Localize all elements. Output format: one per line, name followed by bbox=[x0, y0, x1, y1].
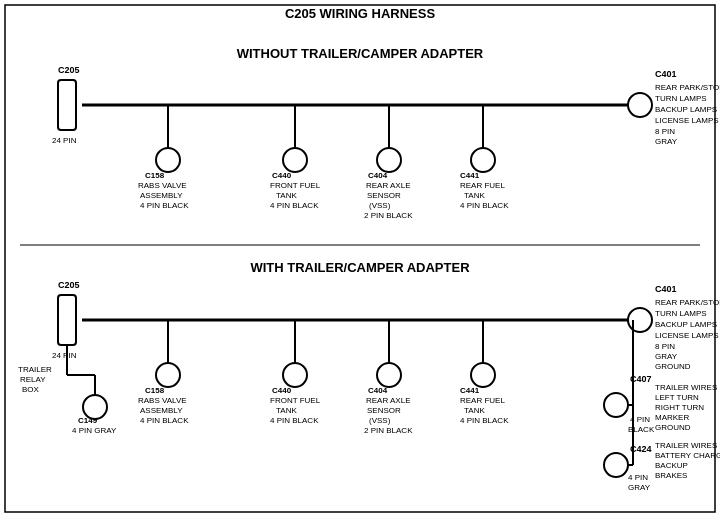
c158-connector-1 bbox=[156, 148, 180, 172]
c407-text-3: RIGHT TURN bbox=[655, 403, 704, 412]
c441-s2-text-1: REAR FUEL bbox=[460, 396, 505, 405]
c441-connector-1 bbox=[471, 148, 495, 172]
c401-connector-1 bbox=[628, 93, 652, 117]
c424-text-2: BATTERY CHARGE bbox=[655, 451, 720, 460]
section2-label: WITH TRAILER/CAMPER ADAPTER bbox=[250, 260, 470, 275]
title: C205 WIRING HARNESS bbox=[285, 6, 436, 21]
c404-text-2: SENSOR bbox=[367, 191, 401, 200]
c205-sublabel-1: 24 PIN bbox=[52, 136, 77, 145]
trailer-relay-label-3: BOX bbox=[22, 385, 40, 394]
c149-text: 4 PIN GRAY bbox=[72, 426, 117, 435]
c441-label-1: C441 bbox=[460, 171, 480, 180]
c441-s2-text-3: 4 PIN BLACK bbox=[460, 416, 509, 425]
c424-text-3: BACKUP bbox=[655, 461, 688, 470]
c441-connector-2 bbox=[471, 363, 495, 387]
c401-s2-text-1: REAR PARK/STOP bbox=[655, 298, 720, 307]
c205-label-2: C205 bbox=[58, 280, 80, 290]
c404-s2-text-3: (VSS) bbox=[369, 416, 391, 425]
c158-text-3: 4 PIN BLACK bbox=[140, 201, 189, 210]
c401-connector-2 bbox=[628, 308, 652, 332]
c407-sublabel2: BLACK bbox=[628, 425, 655, 434]
c440-text-2: TANK bbox=[276, 191, 297, 200]
c401-s2-text-7: GROUND bbox=[655, 362, 691, 371]
c158-s2-text-2: ASSEMBLY bbox=[140, 406, 183, 415]
c441-s2-text-2: TANK bbox=[464, 406, 485, 415]
svg-rect-17 bbox=[5, 5, 715, 512]
c401-text-1: REAR PARK/STOP bbox=[655, 83, 720, 92]
c158-s2-text-3: 4 PIN BLACK bbox=[140, 416, 189, 425]
c440-text-3: 4 PIN BLACK bbox=[270, 201, 319, 210]
c158-label-1: C158 bbox=[145, 171, 165, 180]
c401-text-6: GRAY bbox=[655, 137, 678, 146]
c424-label: C424 bbox=[630, 444, 652, 454]
c407-text-2: LEFT TURN bbox=[655, 393, 699, 402]
c205-label-1: C205 bbox=[58, 65, 80, 75]
c404-connector-2 bbox=[377, 363, 401, 387]
c440-label-1: C440 bbox=[272, 171, 292, 180]
c441-text-1: REAR FUEL bbox=[460, 181, 505, 190]
c158-s2-text-1: RABS VALVE bbox=[138, 396, 187, 405]
c401-s2-text-2: TURN LAMPS bbox=[655, 309, 707, 318]
c158-label-2: C158 bbox=[145, 386, 165, 395]
c407-text-4: MARKER bbox=[655, 413, 689, 422]
c401-s2-text-3: BACKUP LAMPS bbox=[655, 320, 717, 329]
c440-s2-text-1: FRONT FUEL bbox=[270, 396, 321, 405]
c404-s2-text-1: REAR AXLE bbox=[366, 396, 410, 405]
c441-text-3: 4 PIN BLACK bbox=[460, 201, 509, 210]
c404-connector-1 bbox=[377, 148, 401, 172]
trailer-relay-label-2: RELAY bbox=[20, 375, 46, 384]
c404-text-3: (VSS) bbox=[369, 201, 391, 210]
c401-label-1: C401 bbox=[655, 69, 677, 79]
c404-text-1: REAR AXLE bbox=[366, 181, 410, 190]
c407-text-5: GROUND bbox=[655, 423, 691, 432]
c424-connector bbox=[604, 453, 628, 477]
c401-text-4: LICENSE LAMPS bbox=[655, 116, 719, 125]
c424-text-4: BRAKES bbox=[655, 471, 687, 480]
c424-sublabel2: GRAY bbox=[628, 483, 651, 492]
c401-s2-text-4: LICENSE LAMPS bbox=[655, 331, 719, 340]
c401-text-2: TURN LAMPS bbox=[655, 94, 707, 103]
c404-label-1: C404 bbox=[368, 171, 388, 180]
c401-s2-text-5: 8 PIN bbox=[655, 342, 675, 351]
c407-text-1: TRAILER WIRES bbox=[655, 383, 717, 392]
c401-text-3: BACKUP LAMPS bbox=[655, 105, 717, 114]
section1-label: WITHOUT TRAILER/CAMPER ADAPTER bbox=[237, 46, 484, 61]
wiring-diagram: C205 WIRING HARNESS WITHOUT TRAILER/CAMP… bbox=[0, 0, 720, 517]
c407-label: C407 bbox=[630, 374, 652, 384]
c404-text-4: 2 PIN BLACK bbox=[364, 211, 413, 220]
c440-connector-2 bbox=[283, 363, 307, 387]
c424-sublabel: 4 PIN bbox=[628, 473, 648, 482]
c205-connector-1 bbox=[58, 80, 76, 130]
c404-s2-text-4: 2 PIN BLACK bbox=[364, 426, 413, 435]
c158-connector-2 bbox=[156, 363, 180, 387]
c205-sublabel-2: 24 PIN bbox=[52, 351, 77, 360]
diagram-container: C205 WIRING HARNESS WITHOUT TRAILER/CAMP… bbox=[0, 0, 720, 517]
c441-label-2: C441 bbox=[460, 386, 480, 395]
c441-text-2: TANK bbox=[464, 191, 485, 200]
c440-s2-text-2: TANK bbox=[276, 406, 297, 415]
trailer-relay-label-1: TRAILER bbox=[18, 365, 52, 374]
c401-label-2: C401 bbox=[655, 284, 677, 294]
c440-connector-1 bbox=[283, 148, 307, 172]
c407-sublabel: 4 PIN bbox=[630, 415, 650, 424]
c158-text-2: ASSEMBLY bbox=[140, 191, 183, 200]
c401-text-5: 8 PIN bbox=[655, 127, 675, 136]
c149-label: C149 bbox=[78, 416, 98, 425]
c404-label-2: C404 bbox=[368, 386, 388, 395]
c440-label-2: C440 bbox=[272, 386, 292, 395]
c424-text-1: TRAILER WIRES bbox=[655, 441, 717, 450]
c440-s2-text-3: 4 PIN BLACK bbox=[270, 416, 319, 425]
c205-connector-2 bbox=[58, 295, 76, 345]
c158-text-1: RABS VALVE bbox=[138, 181, 187, 190]
c407-connector bbox=[604, 393, 628, 417]
c404-s2-text-2: SENSOR bbox=[367, 406, 401, 415]
c440-text-1: FRONT FUEL bbox=[270, 181, 321, 190]
c401-s2-text-6: GRAY bbox=[655, 352, 678, 361]
